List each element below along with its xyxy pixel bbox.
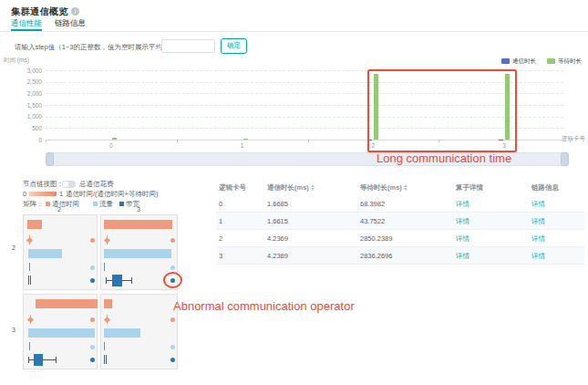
sort-desc-icon[interactable]: [404, 188, 407, 191]
bandwidth-whisker-cap: [106, 277, 107, 284]
total-communication-cost-toggle[interactable]: [62, 181, 76, 188]
datazoom-left-handle[interactable]: [46, 152, 54, 166]
x-axis-tick: [177, 140, 178, 142]
y-tick-label: 2,500: [0, 78, 42, 85]
bandwidth-dot[interactable]: [170, 358, 175, 362]
bandwidth-dot[interactable]: [90, 358, 95, 362]
table-cell: 4.2389: [267, 252, 288, 260]
y-tick-label: 1,500: [0, 102, 42, 109]
column-header-4: 算子详情: [456, 183, 483, 192]
flow-dot: [170, 265, 175, 270]
comm-time-bar: [104, 220, 172, 229]
ratio-caption: 通信时间/(通信时间+等待时间): [66, 190, 158, 199]
link-info-link[interactable]: 详情: [531, 234, 545, 244]
matrix-col-header-3: 3: [137, 206, 140, 213]
matrix-row-header-2: 2: [12, 245, 15, 251]
bandwidth-box: [112, 275, 122, 286]
x-axis-tick: [570, 140, 571, 142]
matrix-legend-flow: 流量: [99, 200, 113, 209]
table-header-row: 逻辑卡号通信时长(ms)等待时长(ms)算子详情链路信息: [216, 180, 584, 195]
table-cell: 4.2369: [267, 234, 288, 243]
flow-whisker: [104, 263, 105, 271]
tab-communication-performance[interactable]: 通信性能: [11, 18, 42, 29]
wait-duration-bar[interactable]: [112, 138, 117, 140]
legend-label-comm[interactable]: 通信时长: [512, 57, 536, 66]
table-cell: 3: [219, 252, 222, 260]
matrix-cell-r3c2[interactable]: [23, 294, 98, 369]
matrix-legend-swatch-bandwidth: [119, 202, 124, 206]
flow-whisker: [104, 342, 105, 350]
flow-dot: [90, 345, 95, 349]
flow-whisker: [29, 342, 30, 350]
matrix-cell-r3c3[interactable]: [100, 294, 178, 369]
datazoom-right-handle[interactable]: [561, 152, 569, 166]
flow-bar: [28, 249, 62, 258]
ratio-gradient-bar: [29, 192, 57, 196]
header-divider: [0, 31, 588, 32]
sort-icon[interactable]: [311, 184, 315, 191]
x-axis-title: 逻辑卡号: [562, 135, 585, 143]
y-tick-label: 0: [0, 137, 42, 143]
table-cell: 1: [219, 217, 222, 225]
annotation-circle-abnormal-dot: [163, 272, 182, 288]
flow-bar: [104, 249, 171, 258]
comm-time-dot: [170, 317, 175, 322]
bandwidth-whisker: [30, 276, 31, 285]
y-tick-label: 2,000: [0, 90, 42, 97]
bandwidth-dot[interactable]: [90, 278, 95, 283]
matrix-legend-label: 矩阵：: [23, 200, 44, 209]
tab-link-info[interactable]: 链路信息: [55, 18, 86, 29]
sort-icon[interactable]: [404, 184, 407, 191]
bandwidth-box: [34, 354, 43, 366]
table-cell: 2850.2389: [360, 234, 392, 243]
table-cell: 1.6685: [267, 200, 288, 208]
matrix-legend-swatch-flow: [93, 202, 98, 206]
step-input[interactable]: [161, 39, 215, 53]
operator-detail-link[interactable]: 详情: [456, 252, 469, 261]
comm-time-median-marker: [27, 316, 34, 322]
step-input-label: 请输入step值（1~3的正整数，值为空时展示平均值）: [15, 43, 176, 52]
table-row: 01.668568.3982详情详情: [216, 195, 584, 213]
legend-swatch-comm[interactable]: [501, 58, 510, 64]
bandwidth-whisker-cap: [131, 277, 132, 284]
sort-asc-icon[interactable]: [311, 184, 315, 187]
table-cell: 43.7522: [360, 217, 385, 225]
y-tick-label: 1,000: [0, 113, 42, 120]
comm-time-bar: [36, 299, 98, 308]
legend-label-wait[interactable]: 等待时长: [558, 57, 582, 66]
column-header-2[interactable]: 通信时长(ms): [267, 183, 309, 192]
y-tick-label: 500: [0, 125, 42, 131]
matrix-row-header-3: 3: [12, 327, 15, 333]
annotation-long-communication: Long communication time: [377, 151, 511, 165]
comm-time-dot: [90, 238, 95, 243]
info-icon[interactable]: i: [71, 7, 79, 16]
comm-time-median-marker: [26, 236, 33, 243]
link-info-link[interactable]: 详情: [531, 200, 545, 209]
sort-desc-icon[interactable]: [311, 188, 315, 191]
flow-bar: [104, 328, 140, 338]
table-cell: 0: [219, 200, 222, 208]
matrix-cell-r2c2[interactable]: [23, 214, 98, 290]
operator-detail-link[interactable]: 详情: [456, 200, 469, 209]
bandwidth-whisker-cap: [28, 357, 29, 363]
column-header-3[interactable]: 等待时长(ms): [360, 183, 402, 192]
link-info-link[interactable]: 详情: [531, 252, 545, 261]
operator-detail-link[interactable]: 详情: [456, 217, 469, 226]
node-link-label: 节点链接图：: [23, 180, 64, 189]
comm-time-bar: [104, 299, 112, 308]
page-title: 集群通信概览: [11, 5, 68, 18]
y-axis-title: 时间 (ms): [4, 57, 29, 65]
link-info-link[interactable]: 详情: [531, 217, 545, 226]
confirm-button[interactable]: 确定: [221, 38, 247, 54]
column-header-1: 逻辑卡号: [219, 183, 246, 192]
x-tick-label: 1: [237, 142, 248, 149]
flow-bar: [28, 328, 95, 338]
wait-duration-bar[interactable]: [243, 139, 248, 140]
flow-dot: [90, 265, 95, 270]
ratio-max-label: 1: [59, 190, 63, 198]
operator-detail-link[interactable]: 详情: [456, 234, 469, 244]
sort-asc-icon[interactable]: [404, 184, 407, 187]
x-axis-tick: [308, 140, 309, 142]
comm-time-dot: [170, 238, 175, 243]
legend-swatch-wait[interactable]: [547, 58, 555, 64]
